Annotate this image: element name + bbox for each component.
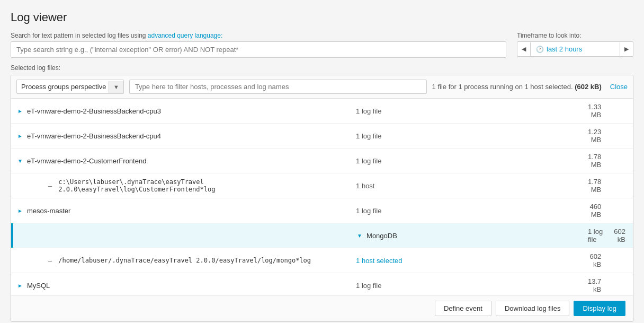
download-log-button[interactable]: Download log files xyxy=(496,301,570,316)
expand-icon[interactable]: ► xyxy=(16,283,24,289)
row-count: 1 log file xyxy=(351,124,583,149)
row-name: eT-vmware-demo-2-BusinessBackend-cpu4 xyxy=(27,132,161,140)
display-log-button[interactable]: Display log xyxy=(574,301,625,316)
advanced-query-link[interactable]: advanced query language: xyxy=(148,32,222,39)
collapse-icon[interactable]: ▼ xyxy=(16,158,24,164)
row-count: 1 log file xyxy=(351,99,583,124)
panel-footer: Define event Download log files Display … xyxy=(11,295,633,321)
timeframe-prev-button[interactable]: ◀ xyxy=(517,42,531,56)
expand-icon[interactable]: ► xyxy=(16,133,24,139)
table-row[interactable]: ▼MongoDB1 log file602 kB xyxy=(11,223,633,248)
timeframe-section: Timeframe to look into: ◀ 🕐 last 2 hours… xyxy=(517,32,633,57)
row-size: 602 kB xyxy=(609,223,633,248)
row-size: 1.78 MB xyxy=(583,173,609,198)
selection-info-text: 1 file for 1 process running on 1 host s… xyxy=(432,83,573,91)
row-count: 1 log file xyxy=(351,149,583,173)
selection-size: (602 kB) xyxy=(575,83,602,91)
row-count: 1 host selected xyxy=(351,248,583,273)
table-row[interactable]: ►eT-vmware-demo-2-BusinessBackend-cpu31 … xyxy=(11,99,633,124)
row-name: /home/labuser/.dynaTrace/easyTravel 2.0.… xyxy=(58,257,311,264)
row-size: 460 MB xyxy=(583,198,609,223)
row-size: 1.78 MB xyxy=(583,149,609,173)
search-label: Search for text pattern in selected log … xyxy=(11,32,506,39)
search-section: Search for text pattern in selected log … xyxy=(11,32,633,58)
log-table: ►eT-vmware-demo-2-BusinessBackend-cpu31 … xyxy=(11,99,633,295)
row-count: 1 host xyxy=(351,173,583,198)
perspective-select[interactable]: Process groups perspective xyxy=(17,80,109,93)
expand-icon[interactable]: ► xyxy=(16,108,24,114)
search-label-text: Search for text pattern in selected log … xyxy=(11,32,148,39)
row-size: 1.23 MB xyxy=(583,124,609,149)
row-size: 602 kB xyxy=(583,248,609,273)
collapse-icon[interactable]: ▼ xyxy=(356,233,363,239)
timeframe-text: last 2 hours xyxy=(547,45,582,53)
row-count: 1 log file xyxy=(583,223,609,248)
row-count: 1 log file xyxy=(351,198,583,223)
row-count: 1 log file xyxy=(351,273,583,295)
row-name: eT-vmware-demo-2-BusinessBackend-cpu3 xyxy=(27,107,161,115)
table-row[interactable]: –/home/labuser/.dynaTrace/easyTravel 2.0… xyxy=(11,248,633,273)
table-row[interactable]: ►MySQL1 log file13.7 kB xyxy=(11,273,633,295)
expand-icon[interactable]: ► xyxy=(16,208,24,214)
log-table-scroll[interactable]: ►eT-vmware-demo-2-BusinessBackend-cpu31 … xyxy=(11,99,633,295)
table-row[interactable]: ►mesos-master1 log file460 MB xyxy=(11,198,633,223)
define-event-button[interactable]: Define event xyxy=(435,301,491,316)
row-size: 1.33 MB xyxy=(583,99,609,124)
selected-files-label: Selected log files: xyxy=(11,64,633,72)
row-name: mesos-master xyxy=(27,207,70,215)
timeframe-label: Timeframe to look into: xyxy=(517,32,633,39)
perspective-select-wrap: Process groups perspective ▼ xyxy=(16,80,124,94)
close-button[interactable]: Close xyxy=(610,83,628,91)
table-row[interactable]: –c:\Users\labuser\.dynaTrace\easyTravel … xyxy=(11,173,633,198)
log-panel: Process groups perspective ▼ 1 file for … xyxy=(11,75,633,322)
row-name: c:\Users\labuser\.dynaTrace\easyTravel 2… xyxy=(58,178,345,193)
table-row[interactable]: ▼eT-vmware-demo-2-CustomerFrontend1 log … xyxy=(11,149,633,173)
timeframe-value: 🕐 last 2 hours xyxy=(531,42,620,56)
selection-info: 1 file for 1 process running on 1 host s… xyxy=(432,83,602,91)
search-input-wrap xyxy=(11,41,506,58)
search-input[interactable] xyxy=(11,42,506,57)
log-panel-header: Process groups perspective ▼ 1 file for … xyxy=(11,75,633,99)
timeframe-control: ◀ 🕐 last 2 hours ▶ xyxy=(517,41,633,57)
row-name: MongoDB xyxy=(366,232,397,240)
search-left: Search for text pattern in selected log … xyxy=(11,32,506,58)
dropdown-arrow-icon[interactable]: ▼ xyxy=(109,81,123,93)
page-title: Log viewer xyxy=(11,11,633,24)
row-size: 13.7 kB xyxy=(583,273,609,295)
table-row[interactable]: ►eT-vmware-demo-2-BusinessBackend-cpu41 … xyxy=(11,124,633,149)
row-name: eT-vmware-demo-2-CustomerFrontend xyxy=(27,157,146,165)
filter-input[interactable] xyxy=(129,80,427,94)
timeframe-next-button[interactable]: ▶ xyxy=(620,42,633,56)
clock-icon: 🕐 xyxy=(536,46,544,53)
row-name: MySQL xyxy=(27,282,50,290)
